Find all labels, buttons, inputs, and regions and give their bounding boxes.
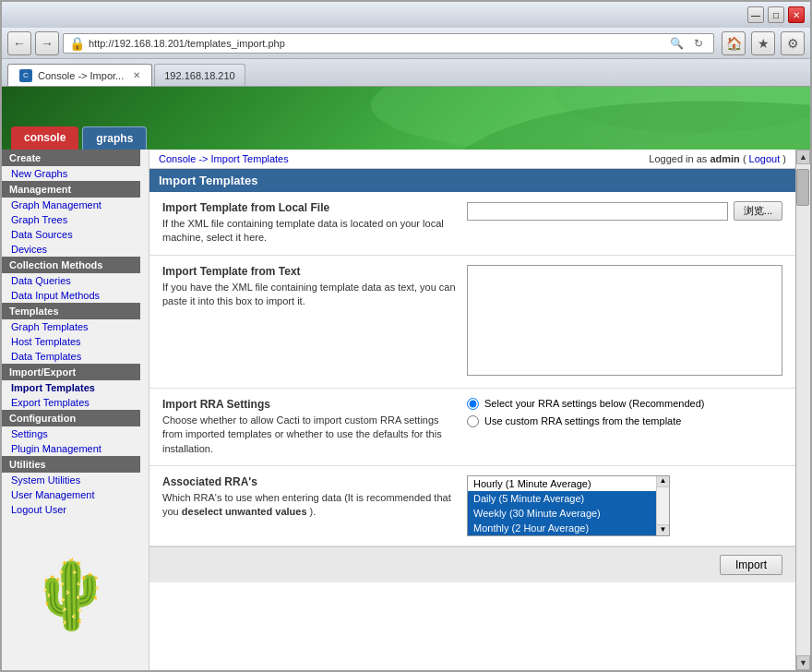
rra-section-label: Import RRA Settings Choose whether to al… — [162, 398, 458, 456]
tab2-label: 192.168.18.210 — [164, 70, 234, 81]
sidebar-item-host-templates[interactable]: Host Templates — [2, 334, 140, 349]
url-text: http://192.168.18.201/templates_import.p… — [89, 38, 663, 49]
assoc-rra-bold: deselect unwanted values — [182, 506, 307, 517]
cactus-icon: 🌵 — [30, 561, 113, 628]
scroll-track[interactable] — [796, 164, 810, 655]
sidebar-item-export-templates[interactable]: Export Templates — [2, 395, 140, 410]
home-icon[interactable]: 🏠 — [722, 31, 746, 55]
sidebar-item-new-graphs[interactable]: New Graphs — [2, 166, 140, 181]
import-button[interactable]: Import — [720, 555, 782, 575]
breadcrumb-console-link[interactable]: Console — [159, 153, 196, 164]
login-info: Logged in as admin ( Logout ) — [649, 153, 786, 164]
create-header: Create — [2, 150, 140, 166]
username-text: admin — [710, 153, 739, 164]
right-scrollbar: ▲ ▼ — [795, 150, 810, 670]
tab-console-import[interactable]: C Console -> Impor... ✕ — [7, 64, 152, 86]
logged-in-text: Logged in as — [649, 153, 710, 164]
browse-button[interactable]: 浏览... — [734, 201, 782, 221]
tab-favicon: C — [19, 69, 32, 82]
file-section-desc: If the XML file containing template data… — [162, 217, 458, 246]
breadcrumb-bar: Console -> Import Templates Logged in as… — [149, 150, 795, 169]
graphs-tab[interactable]: graphs — [82, 126, 147, 150]
sidebar-item-user-management[interactable]: User Management — [2, 487, 140, 502]
sidebar-item-graph-templates[interactable]: Graph Templates — [2, 319, 140, 334]
rra-listbox: Hourly (1 Minute Average) Daily (5 Minut… — [467, 475, 670, 536]
radio-option-2: Use custom RRA settings from the templat… — [467, 415, 782, 427]
close-button[interactable]: ✕ — [788, 6, 805, 23]
radio-option-1: Select your RRA settings below (Recommen… — [467, 398, 782, 410]
page-header: Import Templates — [149, 169, 795, 192]
sidebar-item-data-queries[interactable]: Data Queries — [2, 273, 140, 288]
maximize-button[interactable]: □ — [768, 6, 784, 23]
file-input-control: 浏览... — [467, 201, 782, 246]
management-header: Management — [2, 181, 140, 198]
scroll-down-button[interactable]: ▼ — [796, 655, 810, 670]
sidebar-item-data-input-methods[interactable]: Data Input Methods — [2, 288, 140, 303]
rra-settings-section: Import RRA Settings Choose whether to al… — [149, 389, 795, 466]
sidebar-item-settings[interactable]: Settings — [2, 426, 140, 441]
sidebar-item-import-templates[interactable]: Import Templates — [2, 380, 140, 395]
scroll-up-button[interactable]: ▲ — [796, 150, 810, 164]
assoc-rra-desc: Which RRA's to use when entering data (I… — [162, 491, 458, 520]
listbox-scroll-down[interactable]: ▼ — [657, 524, 669, 535]
sidebar-item-data-sources[interactable]: Data Sources — [2, 227, 140, 242]
text-section-desc: If you have the XML file containing temp… — [162, 281, 458, 309]
sidebar-item-data-templates[interactable]: Data Templates — [2, 349, 140, 364]
radio2-label: Use custom RRA settings from the templat… — [484, 415, 681, 426]
rra-items-list: Hourly (1 Minute Average) Daily (5 Minut… — [468, 476, 656, 535]
refresh-icon[interactable]: 🔍 — [667, 34, 686, 53]
import-btn-row: Import — [149, 546, 795, 582]
page-content: Import Templates Import Template from Lo… — [149, 169, 795, 582]
forward-button[interactable]: → — [35, 31, 59, 55]
collection-header: Collection Methods — [2, 257, 140, 273]
back-button[interactable]: ← — [7, 31, 31, 55]
tab1-label: Console -> Impor... — [38, 70, 124, 81]
tab1-close[interactable]: ✕ — [133, 70, 140, 80]
radio-use-custom[interactable] — [467, 415, 479, 427]
address-bar[interactable]: 🔒 http://192.168.18.201/templates_import… — [63, 33, 714, 54]
rra-options: Select your RRA settings below (Recommen… — [467, 398, 782, 456]
sidebar-item-plugin-management[interactable]: Plugin Management — [2, 441, 140, 456]
listbox-scroll-track — [657, 487, 669, 524]
title-bar: — □ ✕ — [2, 2, 810, 28]
scroll-thumb[interactable] — [796, 169, 809, 206]
radio-select-below[interactable] — [467, 398, 479, 410]
text-section-title: Import Template from Text — [162, 265, 458, 278]
rra-item-hourly[interactable]: Hourly (1 Minute Average) — [468, 476, 656, 491]
file-section-title: Import Template from Local File — [162, 201, 458, 214]
templates-header: Templates — [2, 303, 140, 319]
rra-listbox-control: Hourly (1 Minute Average) Daily (5 Minut… — [467, 475, 782, 536]
tab-ip[interactable]: 192.168.18.210 — [154, 64, 245, 86]
sidebar-item-graph-trees[interactable]: Graph Trees — [2, 212, 140, 227]
assoc-rra-desc2: ). — [310, 506, 316, 517]
rra-item-daily[interactable]: Daily (5 Minute Average) — [468, 491, 656, 506]
import-from-file-section: Import Template from Local File If the X… — [149, 192, 795, 256]
main-content: Console -> Import Templates Logged in as… — [149, 150, 795, 670]
text-section-label: Import Template from Text If you have th… — [162, 265, 458, 378]
sidebar-item-system-utilities[interactable]: System Utilities — [2, 473, 140, 487]
star-icon[interactable]: ★ — [751, 31, 775, 55]
tab-bar: C Console -> Impor... ✕ 192.168.18.210 — [2, 59, 810, 87]
cactus-logo: 🌵 — [2, 517, 140, 646]
import-export-header: Import/Export — [2, 364, 140, 380]
sidebar-item-logout-user[interactable]: Logout User — [2, 502, 140, 517]
console-tab[interactable]: console — [11, 126, 78, 150]
listbox-scroll-up[interactable]: ▲ — [657, 476, 669, 487]
radio1-label: Select your RRA settings below (Recommen… — [484, 398, 704, 409]
minimize-button[interactable]: — — [747, 6, 764, 23]
rra-item-monthly[interactable]: Monthly (2 Hour Average) — [468, 521, 656, 535]
sidebar-item-devices[interactable]: Devices — [2, 242, 140, 257]
sidebar: Create New Graphs Management Graph Manag… — [2, 150, 149, 670]
reload-icon[interactable]: ↻ — [689, 34, 708, 53]
configuration-header: Configuration — [2, 410, 140, 426]
sidebar-item-graph-management[interactable]: Graph Management — [2, 198, 140, 212]
breadcrumb: Console -> Import Templates — [159, 153, 289, 164]
rra-item-weekly[interactable]: Weekly (30 Minute Average) — [468, 506, 656, 521]
xml-textarea[interactable] — [467, 265, 782, 376]
breadcrumb-separator: -> Import Templates — [198, 153, 288, 164]
settings-icon[interactable]: ⚙ — [781, 31, 805, 55]
assoc-rra-label: Associated RRA's Which RRA's to use when… — [162, 475, 458, 536]
logout-link[interactable]: Logout — [749, 153, 781, 164]
file-input[interactable] — [467, 202, 728, 221]
rra-section-desc: Choose whether to allow Cacti to import … — [162, 414, 458, 456]
